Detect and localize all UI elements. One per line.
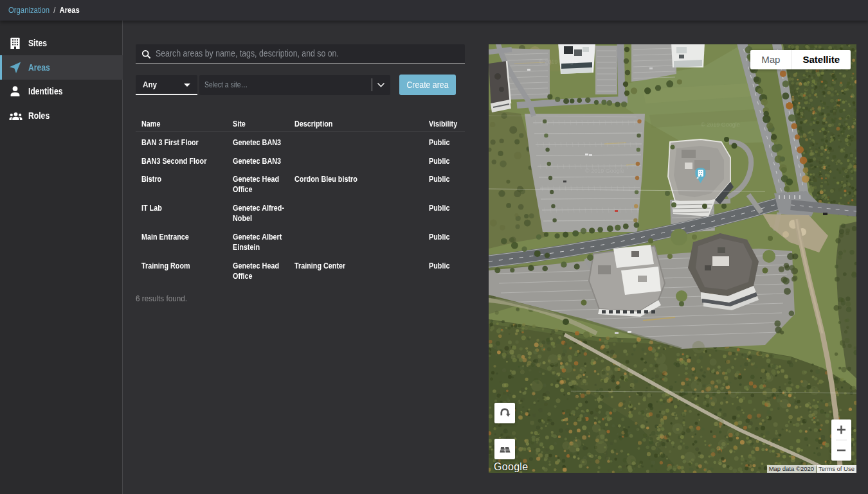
svg-text:© 2019 Google: © 2019 Google xyxy=(539,58,578,65)
svg-text:© 2019 Google: © 2019 Google xyxy=(585,168,624,174)
svg-text:© 2019 Google: © 2019 Google xyxy=(701,121,740,128)
